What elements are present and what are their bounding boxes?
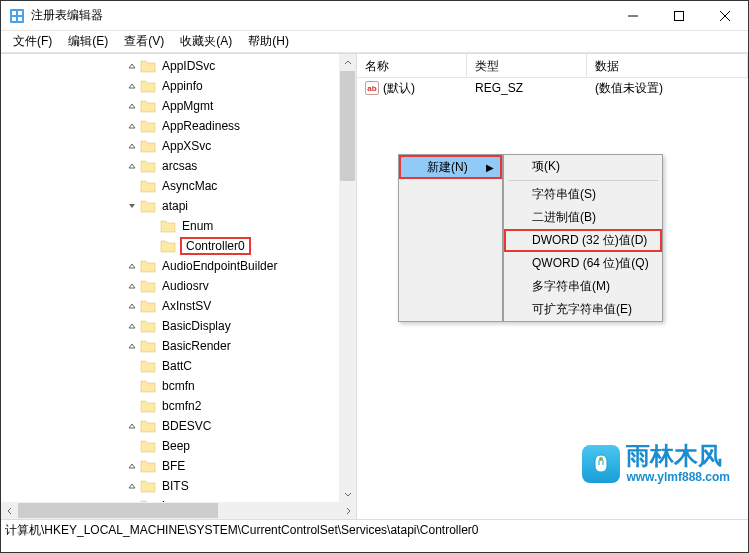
string-value-icon: ab <box>365 81 379 95</box>
column-header-type[interactable]: 类型 <box>467 54 587 77</box>
tree-item-label: AppXSvc <box>160 138 213 154</box>
folder-icon <box>140 139 156 153</box>
tree-item[interactable]: AxInstSV <box>1 296 339 316</box>
tree-item[interactable]: Beep <box>1 436 339 456</box>
chevron-right-icon[interactable] <box>126 340 138 352</box>
folder-icon <box>140 99 156 113</box>
chevron-right-icon[interactable] <box>126 480 138 492</box>
chevron-right-icon[interactable] <box>126 100 138 112</box>
scroll-right-button[interactable] <box>339 502 356 519</box>
tree-item[interactable]: AppIDSvc <box>1 56 339 76</box>
menu-file[interactable]: 文件(F) <box>5 31 60 52</box>
menu-item-binary[interactable]: 二进制值(B) <box>504 206 662 229</box>
chevron-right-icon[interactable] <box>126 160 138 172</box>
chevron-right-icon <box>126 400 138 412</box>
tree-item[interactable]: BDESVC <box>1 416 339 436</box>
titlebar: 注册表编辑器 <box>1 1 748 31</box>
watermark-brand: 雨林木风 <box>626 444 730 468</box>
folder-icon <box>140 199 156 213</box>
folder-icon <box>160 239 176 253</box>
folder-icon <box>140 279 156 293</box>
menu-item-new[interactable]: 新建(N) ▶ <box>399 155 502 179</box>
tree-item[interactable]: Appinfo <box>1 76 339 96</box>
tree-item-label: AsyncMac <box>160 178 219 194</box>
tree-item[interactable]: Enum <box>1 216 339 236</box>
context-submenu: 项(K) 字符串值(S) 二进制值(B) DWORD (32 位)值(D) QW… <box>503 154 663 322</box>
tree-item[interactable]: BFE <box>1 456 339 476</box>
column-header-name[interactable]: 名称 <box>357 54 467 77</box>
menu-help[interactable]: 帮助(H) <box>240 31 297 52</box>
tree-item[interactable]: bcmfn <box>1 376 339 396</box>
menu-favorites[interactable]: 收藏夹(A) <box>172 31 240 52</box>
tree-item[interactable]: BITS <box>1 476 339 496</box>
list-header: 名称 类型 数据 <box>357 54 748 78</box>
menu-view[interactable]: 查看(V) <box>116 31 172 52</box>
menu-item-dword[interactable]: DWORD (32 位)值(D) <box>504 229 662 252</box>
tree-item[interactable]: bcmfn2 <box>1 396 339 416</box>
list-row[interactable]: ab(默认)REG_SZ(数值未设置) <box>357 78 748 98</box>
tree-item[interactable]: BasicDisplay <box>1 316 339 336</box>
folder-icon <box>140 319 156 333</box>
chevron-right-icon[interactable] <box>126 320 138 332</box>
chevron-right-icon[interactable] <box>126 260 138 272</box>
scroll-down-button[interactable] <box>339 485 356 502</box>
tree-item-label: BasicDisplay <box>160 318 233 334</box>
tree-item-label: BasicRender <box>160 338 233 354</box>
svg-rect-3 <box>12 17 16 21</box>
scroll-left-button[interactable] <box>1 502 18 519</box>
value-type: REG_SZ <box>467 80 587 96</box>
chevron-right-icon[interactable] <box>126 60 138 72</box>
chevron-down-icon[interactable] <box>126 200 138 212</box>
scroll-thumb-h[interactable] <box>18 503 218 518</box>
tree-item[interactable]: BasicRender <box>1 336 339 356</box>
scroll-up-button[interactable] <box>339 54 356 71</box>
svg-rect-6 <box>675 11 684 20</box>
folder-icon <box>140 479 156 493</box>
menu-item-multistring[interactable]: 多字符串值(M) <box>504 275 662 298</box>
folder-icon <box>140 399 156 413</box>
regedit-icon <box>9 8 25 24</box>
maximize-button[interactable] <box>656 1 702 31</box>
chevron-right-icon[interactable] <box>126 420 138 432</box>
tree-item[interactable]: arcsas <box>1 156 339 176</box>
column-header-data[interactable]: 数据 <box>587 54 748 77</box>
minimize-button[interactable] <box>610 1 656 31</box>
menu-item-qword[interactable]: QWORD (64 位)值(Q) <box>504 252 662 275</box>
value-name: (默认) <box>383 80 415 97</box>
tree-item[interactable]: Audiosrv <box>1 276 339 296</box>
folder-icon <box>140 299 156 313</box>
chevron-right-icon[interactable] <box>126 120 138 132</box>
menu-item-expandstring[interactable]: 可扩充字符串值(E) <box>504 298 662 321</box>
tree-item-label: BattC <box>160 358 194 374</box>
tree-item[interactable]: AppReadiness <box>1 116 339 136</box>
menu-edit[interactable]: 编辑(E) <box>60 31 116 52</box>
menu-item-string[interactable]: 字符串值(S) <box>504 183 662 206</box>
chevron-right-icon[interactable] <box>126 460 138 472</box>
chevron-right-icon[interactable] <box>126 80 138 92</box>
tree-item[interactable]: AppMgmt <box>1 96 339 116</box>
tree-item[interactable]: AsyncMac <box>1 176 339 196</box>
tree-item[interactable]: AppXSvc <box>1 136 339 156</box>
tree-item-label: Enum <box>180 218 215 234</box>
chevron-right-icon[interactable] <box>126 300 138 312</box>
tree-item[interactable]: Controller0 <box>1 236 339 256</box>
scroll-thumb[interactable] <box>340 71 355 181</box>
tree-item[interactable]: BattC <box>1 356 339 376</box>
tree-item-label: BFE <box>160 458 187 474</box>
chevron-right-icon[interactable] <box>126 280 138 292</box>
folder-icon <box>140 459 156 473</box>
menu-item-key[interactable]: 项(K) <box>504 155 662 178</box>
tree-item[interactable]: atapi <box>1 196 339 216</box>
tree-item-label: BDESVC <box>160 418 213 434</box>
tree-scrollbar-horizontal[interactable] <box>1 502 356 519</box>
folder-icon <box>140 379 156 393</box>
tree-scrollbar-vertical[interactable] <box>339 54 356 502</box>
close-button[interactable] <box>702 1 748 31</box>
watermark-icon <box>582 445 620 483</box>
tree-item[interactable]: AudioEndpointBuilder <box>1 256 339 276</box>
chevron-right-icon[interactable] <box>126 140 138 152</box>
folder-icon <box>140 359 156 373</box>
folder-icon <box>140 439 156 453</box>
folder-icon <box>140 59 156 73</box>
svg-point-9 <box>599 457 603 461</box>
